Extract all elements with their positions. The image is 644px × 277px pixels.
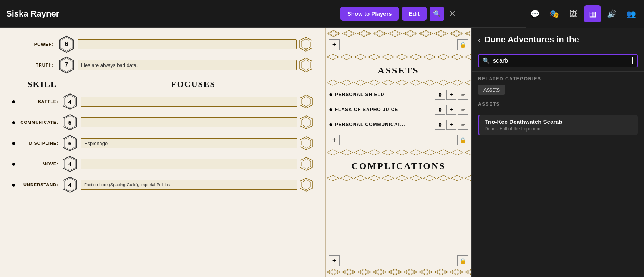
show-to-players-button[interactable]: Show to Players (340, 7, 399, 21)
asset-name-3: PERSONAL COMMUNICAT... (335, 122, 435, 127)
communicate-focus (81, 117, 297, 127)
power-hex: 6 (58, 35, 75, 53)
truth-bar-end-ornament (298, 57, 314, 73)
search-icon: 🔍 (483, 57, 490, 64)
asset-add-2[interactable]: + (446, 105, 456, 115)
asset-edit-3[interactable]: ✏ (458, 120, 468, 130)
user-icon[interactable]: 🎭 (546, 5, 563, 22)
svg-marker-28 (300, 178, 312, 191)
stats-section: POWER: 6 (12, 35, 314, 74)
sheet-inner: POWER: 6 (0, 28, 325, 277)
svg-marker-13 (302, 97, 311, 107)
discipline-ornament (299, 136, 314, 150)
battle-hex: 4 (61, 93, 78, 110)
power-bar (78, 39, 297, 49)
communicate-value: 5 (68, 119, 71, 126)
asset-edit-1[interactable]: ✏ (458, 90, 468, 100)
edit-button[interactable]: Edit (402, 7, 427, 21)
complications-title: COMPLICATIONS (326, 161, 471, 171)
bullet-move: ● (12, 160, 16, 168)
search-icon: 🔍 (433, 10, 441, 17)
players-icon[interactable]: 👥 (622, 5, 639, 22)
top-ornament (326, 30, 471, 37)
svg-rect-38 (326, 269, 471, 275)
search-box: 🔍 (478, 54, 638, 67)
skill-column-header: SKILL (12, 79, 73, 89)
svg-marker-12 (300, 95, 312, 108)
toolbar: Siska Rayner Show to Players Edit 🔍 ✕ 💬 … (0, 0, 644, 28)
truth-bar: Lies are always bad data. (78, 60, 297, 70)
svg-marker-16 (300, 116, 312, 129)
close-button[interactable]: ✕ (449, 9, 456, 19)
lock-top-button[interactable]: 🔒 (457, 39, 468, 50)
assets-title: ASSETS (326, 65, 471, 76)
stat-row-power: POWER: 6 (12, 35, 314, 53)
complications-lock-button[interactable]: 🔒 (457, 255, 468, 266)
bullet-understand: ● (12, 181, 16, 189)
bullet-communicate: ● (12, 118, 16, 127)
sidebar-header: ‹ Dune Adventures in the (472, 28, 644, 50)
move-value: 4 (68, 161, 71, 167)
search-input[interactable] (493, 57, 632, 64)
assets-add-row: + 🔒 (326, 132, 471, 148)
power-value: 6 (65, 41, 68, 48)
chat-icon[interactable]: 💬 (526, 5, 543, 22)
related-categories-label: RELATED CATEGORIES (478, 76, 638, 82)
discipline-value: 6 (68, 140, 71, 147)
assets-add-button[interactable]: + (329, 135, 340, 145)
svg-rect-32 (326, 30, 471, 37)
back-button[interactable]: ‹ (478, 35, 481, 44)
asset-name-1: PERSONAL SHIELD (335, 92, 435, 97)
result-title-0: Trio-Kee Deathwatch Scarab (485, 118, 632, 125)
add-top-button[interactable]: + (329, 39, 340, 50)
complications-add-button[interactable]: + (329, 255, 340, 266)
svg-marker-2 (300, 37, 312, 51)
truth-hex: 7 (58, 56, 75, 74)
svg-rect-36 (326, 149, 471, 155)
svg-rect-34 (326, 54, 471, 60)
assets-lock-button[interactable]: 🔒 (457, 135, 468, 145)
bullet-3: ● (329, 121, 333, 128)
svg-marker-20 (300, 137, 312, 150)
svg-marker-29 (302, 180, 311, 190)
understand-ornament (299, 177, 314, 192)
svg-marker-3 (301, 39, 310, 50)
understand-value: 4 (68, 182, 71, 188)
skill-focus-header: SKILL FOCUSES (12, 79, 314, 89)
svg-marker-24 (300, 157, 312, 170)
svg-marker-25 (302, 159, 311, 169)
move-focus (81, 159, 297, 169)
grid-icon[interactable]: ▦ (584, 5, 601, 22)
audio-icon[interactable]: 🔊 (603, 5, 620, 22)
battle-focus (81, 97, 297, 107)
understand-focus: Faction Lore (Spacing Guild), Imperial P… (81, 180, 297, 190)
complications-add-row: + 🔒 (326, 253, 471, 269)
skill-row-move: ● MOVE: 4 (12, 155, 314, 172)
asset-add-1[interactable]: + (446, 90, 456, 100)
assets-results-label: ASSETS (478, 102, 638, 107)
communicate-ornament (299, 115, 314, 130)
svg-marker-8 (300, 58, 312, 72)
image-icon[interactable]: 🖼 (565, 5, 582, 22)
svg-marker-9 (301, 60, 310, 70)
move-hex: 4 (61, 155, 78, 172)
complications-ornament-top (326, 149, 471, 155)
truth-label: TRUTH: (12, 63, 58, 67)
top-add-row: + 🔒 (326, 37, 471, 52)
assets-category-tag[interactable]: Assets (478, 85, 505, 95)
search-button[interactable]: 🔍 (430, 7, 444, 21)
power-label: POWER: (12, 42, 58, 47)
understand-hex: 4 (61, 176, 78, 193)
sidebar-title: Dune Adventures in the (485, 35, 579, 45)
asset-count-1: 0 (435, 90, 445, 100)
assets-results-section: ASSETS (472, 97, 644, 112)
asset-edit-2[interactable]: ✏ (458, 105, 468, 115)
discipline-hex: 6 (61, 135, 78, 152)
battle-ornament (299, 94, 314, 109)
content-area: POWER: 6 (0, 28, 644, 277)
asset-add-3[interactable]: + (446, 120, 456, 130)
assets-ornament-bottom (326, 80, 471, 86)
result-item-0[interactable]: Trio-Kee Deathwatch Scarab Dune - Fall o… (478, 115, 638, 135)
focus-column-header: FOCUSES (73, 79, 314, 89)
skill-row-communicate: ● COMMUNICATE: 5 (12, 114, 314, 131)
